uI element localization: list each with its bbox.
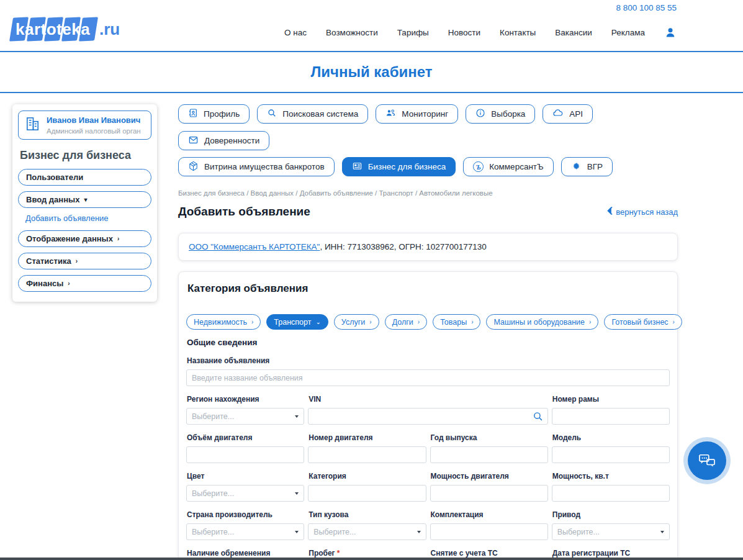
field-engine-number: Номер двигателя bbox=[308, 425, 426, 463]
chip-transport[interactable]: Транспорт⌄ bbox=[266, 314, 328, 330]
nav-features[interactable]: Возможности bbox=[326, 28, 378, 37]
chevron-right-icon: › bbox=[117, 235, 119, 242]
sidebar-item-data-display[interactable]: Отображение данных › bbox=[18, 230, 151, 247]
search-icon bbox=[267, 108, 277, 120]
drive-select[interactable]: Выберите... bbox=[552, 523, 670, 540]
building-icon bbox=[24, 115, 41, 135]
user-name: Иванов Иван Иванович bbox=[47, 115, 141, 125]
year-input[interactable] bbox=[430, 446, 548, 463]
category-input[interactable] bbox=[308, 485, 426, 502]
user-card[interactable]: Иванов Иван Иванович Админский налоговый… bbox=[18, 111, 151, 140]
logo[interactable]: kartoteka .ru bbox=[11, 17, 142, 43]
tabs-row-1: Профиль Поисковая система Мониторинг Выб… bbox=[178, 104, 678, 150]
field-color: Цвет Выберите... bbox=[186, 464, 304, 502]
chip-real-estate[interactable]: Недвижимость› bbox=[186, 314, 261, 330]
company-details: , ИНН: 7713038962, ОГРН: 1027700177130 bbox=[320, 242, 486, 251]
required-asterisk: * bbox=[337, 549, 340, 558]
phone-number[interactable]: 8 800 100 85 55 bbox=[616, 3, 677, 12]
tab-selection[interactable]: Выборка bbox=[466, 104, 535, 124]
vgr-icon bbox=[571, 161, 582, 173]
field-year: Год выпуска bbox=[430, 425, 548, 463]
chip-machinery[interactable]: Машины и оборудование› bbox=[486, 314, 598, 330]
logo-suffix: .ru bbox=[99, 20, 120, 39]
power-kw-input[interactable] bbox=[552, 485, 670, 502]
field-engine-power: Мощность двигателя bbox=[430, 464, 548, 502]
title-input[interactable] bbox=[186, 369, 670, 386]
breadcrumb: Бизнес для бизнеса / Ввод данных / Добав… bbox=[178, 189, 678, 197]
body-type-select[interactable]: Выберите... bbox=[308, 523, 426, 540]
chevron-down-icon: ▾ bbox=[84, 196, 87, 203]
page-heading: Добавить объявление bbox=[178, 205, 310, 219]
tab-business-for-business[interactable]: Бизнес для бизнеса bbox=[342, 157, 456, 176]
engine-volume-input[interactable] bbox=[186, 446, 304, 463]
field-model: Модель bbox=[552, 425, 670, 463]
chevron-right-icon: › bbox=[251, 318, 253, 325]
tab-vgr[interactable]: ВГР bbox=[561, 157, 613, 176]
company-link[interactable]: ООО "Коммерсантъ КАРТОТЕКА" bbox=[189, 242, 320, 251]
page: 8 800 100 85 55 kartoteka .ru О нас Возм… bbox=[0, 0, 743, 560]
company-card: ООО "Коммерсантъ КАРТОТЕКА", ИНН: 771303… bbox=[178, 233, 678, 261]
field-drive: Привод Выберите... bbox=[552, 502, 670, 540]
chevron-right-icon: › bbox=[673, 318, 675, 325]
tab-profile[interactable]: Профиль bbox=[178, 104, 250, 124]
chat-widget-button[interactable] bbox=[683, 437, 731, 484]
chip-ready-business[interactable]: Готовый бизнес› bbox=[604, 314, 682, 330]
category-chips: Недвижимость› Транспорт⌄ Услуги› Долги› … bbox=[186, 314, 670, 330]
field-vin: VIN bbox=[308, 387, 548, 425]
field-region: Регион нахождения Выберите... bbox=[186, 387, 304, 425]
nav-contacts[interactable]: Контакты bbox=[500, 28, 536, 37]
chevron-right-icon: › bbox=[589, 318, 591, 325]
sidebar-sublink-add-listing[interactable]: Добавить объявление bbox=[25, 214, 151, 223]
tab-api[interactable]: API bbox=[543, 104, 593, 124]
sidebar: Иванов Иван Иванович Админский налоговый… bbox=[12, 104, 157, 302]
field-country: Страна производитель Выберите... bbox=[186, 502, 304, 540]
field-category: Категория bbox=[308, 464, 426, 502]
content: Иванов Иван Иванович Админский налоговый… bbox=[0, 93, 743, 560]
chevron-right-icon: › bbox=[68, 280, 70, 287]
frame-number-input[interactable] bbox=[552, 408, 670, 425]
nav-tariffs[interactable]: Тарифы bbox=[397, 28, 429, 37]
engine-number-input[interactable] bbox=[308, 446, 426, 463]
sidebar-item-statistics[interactable]: Статистика › bbox=[18, 253, 151, 269]
field-power-kw: Мощность, кв.т bbox=[552, 464, 670, 502]
chip-goods[interactable]: Товары› bbox=[433, 314, 480, 330]
field-equipment: Комплектация bbox=[430, 502, 548, 540]
equipment-input[interactable] bbox=[430, 523, 548, 540]
tab-kommersant[interactable]: Ъ КоммерсантЪ bbox=[463, 157, 554, 176]
sidebar-item-users[interactable]: Пользователи bbox=[18, 169, 151, 186]
mail-icon bbox=[188, 135, 199, 147]
main-area: Профиль Поисковая система Мониторинг Выб… bbox=[178, 104, 678, 560]
tab-powers-of-attorney[interactable]: Доверенности bbox=[178, 131, 269, 150]
color-select[interactable]: Выберите... bbox=[186, 485, 304, 502]
chevron-right-icon: › bbox=[76, 258, 78, 264]
tab-bankrupt-showcase[interactable]: Витрина имущества банкротов bbox=[178, 157, 335, 176]
top-nav: О нас Возможности Тарифы Новости Контакт… bbox=[284, 26, 677, 38]
sidebar-item-finance[interactable]: Финансы › bbox=[18, 275, 151, 292]
chevron-down-icon bbox=[417, 531, 421, 533]
user-role: Админский налоговый орган bbox=[47, 127, 141, 135]
region-select[interactable]: Выберите... bbox=[186, 408, 304, 425]
tab-monitoring[interactable]: Мониторинг bbox=[376, 104, 458, 124]
engine-power-input[interactable] bbox=[430, 485, 548, 502]
model-input[interactable] bbox=[552, 446, 670, 463]
user-icon[interactable] bbox=[664, 26, 677, 38]
sidebar-item-data-entry[interactable]: Ввод данных ▾ bbox=[18, 191, 151, 208]
tab-search-system[interactable]: Поисковая система bbox=[257, 104, 368, 124]
page-title: Личный кабинет bbox=[310, 63, 432, 81]
b2b-card-icon bbox=[352, 161, 362, 173]
user-info: Иванов Иван Иванович Админский налоговый… bbox=[47, 115, 141, 134]
vin-input[interactable] bbox=[308, 408, 548, 425]
back-link[interactable]: вернуться назад bbox=[606, 207, 678, 217]
nav-ads[interactable]: Реклама bbox=[611, 28, 645, 37]
nav-about[interactable]: О нас bbox=[284, 28, 307, 37]
nav-news[interactable]: Новости bbox=[448, 28, 480, 37]
chip-services[interactable]: Услуги› bbox=[334, 314, 379, 330]
listing-form-card: Категория объявления Недвижимость› Транс… bbox=[178, 271, 678, 560]
nav-vacancies[interactable]: Вакансии bbox=[555, 28, 592, 37]
form-grid: Название объявления Регион нахождения Вы… bbox=[186, 348, 670, 560]
country-select[interactable]: Выберите... bbox=[186, 523, 304, 540]
chevron-down-icon bbox=[295, 531, 299, 533]
chip-debts[interactable]: Долги› bbox=[385, 314, 427, 330]
title-band: Личный кабинет bbox=[0, 52, 743, 93]
chevron-down-icon: ⌄ bbox=[315, 318, 320, 325]
